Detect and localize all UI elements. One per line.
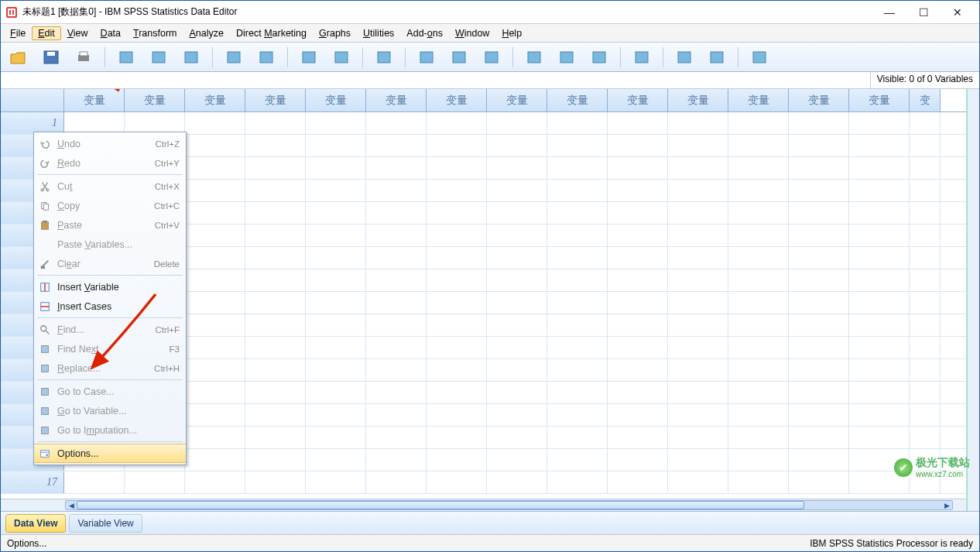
cell[interactable]	[728, 135, 789, 156]
cell[interactable]	[185, 449, 245, 471]
column-header[interactable]: 变量	[185, 89, 245, 111]
cell[interactable]	[608, 180, 668, 201]
cell[interactable]	[849, 382, 910, 403]
cell[interactable]	[668, 404, 728, 426]
cell[interactable]	[245, 382, 306, 403]
toolbar-goto-var-button[interactable]	[221, 46, 247, 69]
cell[interactable]	[728, 112, 789, 134]
cell[interactable]	[849, 427, 910, 448]
cell[interactable]	[910, 135, 941, 156]
cell[interactable]	[427, 157, 487, 179]
cell[interactable]	[245, 359, 306, 381]
cell[interactable]	[306, 112, 366, 134]
column-header-partial[interactable]: 变	[910, 89, 941, 111]
cell[interactable]	[427, 225, 487, 246]
cell[interactable]	[427, 337, 487, 358]
cell[interactable]	[789, 427, 849, 448]
cell[interactable]	[849, 314, 910, 336]
cell[interactable]	[185, 269, 245, 291]
cell[interactable]	[185, 292, 245, 314]
cell[interactable]	[849, 247, 910, 269]
cell[interactable]	[789, 135, 849, 156]
cell[interactable]	[668, 157, 728, 179]
column-header[interactable]: 变量	[547, 89, 608, 111]
cell[interactable]	[910, 180, 941, 201]
cell[interactable]	[547, 427, 608, 448]
row-header[interactable]: 1	[1, 112, 64, 134]
cell[interactable]	[306, 247, 366, 269]
toolbar-insert-var-button[interactable]	[446, 46, 472, 69]
toolbar-select-button[interactable]	[553, 46, 580, 69]
cell[interactable]	[487, 337, 547, 358]
cell[interactable]	[910, 359, 941, 381]
cell[interactable]	[608, 471, 668, 493]
cell[interactable]	[728, 314, 789, 336]
cell[interactable]	[366, 225, 427, 246]
column-header[interactable]: 变量	[125, 89, 185, 111]
cell[interactable]	[185, 247, 245, 269]
cell[interactable]	[728, 180, 789, 201]
cell[interactable]	[910, 202, 941, 224]
cell[interactable]	[789, 225, 849, 246]
cell[interactable]	[306, 180, 366, 201]
column-header[interactable]: 变量	[487, 89, 547, 111]
cell[interactable]	[910, 337, 941, 358]
cell[interactable]	[185, 157, 245, 179]
toolbar-goto-case-button[interactable]	[253, 46, 279, 69]
row-header[interactable]: 17	[1, 471, 64, 493]
cell[interactable]	[789, 337, 849, 358]
cell[interactable]	[668, 135, 728, 156]
cell[interactable]	[366, 157, 427, 179]
cell[interactable]	[910, 157, 941, 179]
cell[interactable]	[306, 359, 366, 381]
cell[interactable]	[185, 135, 245, 156]
cell[interactable]	[608, 135, 668, 156]
cell[interactable]	[668, 382, 728, 403]
cell[interactable]	[427, 247, 487, 269]
cell[interactable]	[849, 292, 910, 314]
cell[interactable]	[245, 157, 306, 179]
cell[interactable]	[608, 202, 668, 224]
column-header[interactable]: 变量	[728, 89, 789, 111]
cell[interactable]	[185, 180, 245, 201]
cell[interactable]	[668, 449, 728, 471]
cell[interactable]	[245, 269, 306, 291]
cell[interactable]	[487, 269, 547, 291]
cell[interactable]	[910, 404, 941, 426]
toolbar-save-button[interactable]	[38, 46, 64, 69]
cell[interactable]	[849, 225, 910, 246]
cell[interactable]	[487, 359, 547, 381]
cell[interactable]	[306, 135, 366, 156]
cell[interactable]	[849, 202, 910, 224]
cell[interactable]	[245, 112, 306, 134]
cell[interactable]	[245, 404, 306, 426]
cell[interactable]	[608, 359, 668, 381]
cell[interactable]	[245, 247, 306, 269]
cell[interactable]	[547, 404, 608, 426]
cell[interactable]	[306, 427, 366, 448]
scroll-thumb[interactable]	[77, 501, 804, 509]
cell[interactable]	[668, 471, 728, 493]
cell[interactable]	[366, 314, 427, 336]
cell[interactable]	[547, 337, 608, 358]
cell[interactable]	[487, 112, 547, 134]
cell[interactable]	[427, 404, 487, 426]
cell[interactable]	[366, 247, 427, 269]
cell[interactable]	[789, 202, 849, 224]
cell[interactable]	[789, 247, 849, 269]
cell[interactable]	[366, 202, 427, 224]
cell[interactable]	[789, 269, 849, 291]
cell[interactable]	[547, 180, 608, 201]
cell[interactable]	[245, 471, 306, 493]
cell[interactable]	[487, 225, 547, 246]
close-button[interactable]: ✕	[941, 2, 975, 23]
cell[interactable]	[487, 247, 547, 269]
cell[interactable]	[789, 471, 849, 493]
cell[interactable]	[728, 202, 789, 224]
tab-variable-view[interactable]: Variable View	[69, 514, 142, 533]
cell[interactable]	[728, 382, 789, 403]
cell[interactable]	[487, 382, 547, 403]
cell[interactable]	[185, 359, 245, 381]
toolbar-split-button[interactable]	[478, 46, 505, 69]
cell[interactable]	[306, 471, 366, 493]
